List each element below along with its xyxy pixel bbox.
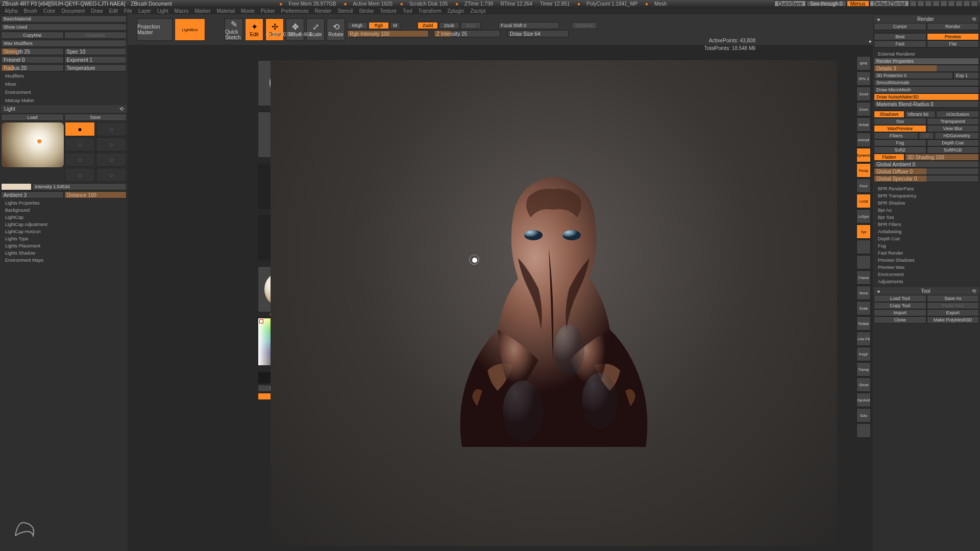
exponent-slider[interactable]: Exponent 1	[64, 56, 127, 63]
light-8-toggle[interactable]: ○	[96, 168, 127, 182]
matcap-maker-section[interactable]: Matcap Maker	[1, 97, 127, 104]
menu-color[interactable]: Color	[41, 8, 58, 14]
menu-marker[interactable]: Marker	[192, 8, 213, 14]
menu-brush[interactable]: Brush	[21, 8, 40, 14]
sidebar-solo[interactable]: Solo	[856, 408, 871, 422]
mixer-section[interactable]: Mixer	[1, 81, 127, 88]
light-color-swatch[interactable]	[1, 183, 32, 190]
rotate-mode-button[interactable]: ⟲Rotate	[327, 18, 345, 41]
copymat-button[interactable]: CopyMat	[1, 32, 64, 39]
titlebar-icon[interactable]	[948, 1, 955, 7]
titlebar-icon[interactable]	[910, 1, 917, 7]
render-section-preview-shadows[interactable]: Preview Shadows	[874, 257, 979, 264]
export-button[interactable]: Export	[927, 309, 979, 316]
render-section-bpr-shadow[interactable]: BPR Shadow	[874, 199, 979, 207]
menu-macro[interactable]: Macro	[172, 8, 191, 14]
menu-stencil[interactable]: Stencil	[335, 8, 355, 14]
vibrant-slider[interactable]: Vibrant 50	[905, 111, 936, 118]
aocclusion-button[interactable]: AOcclusion	[936, 111, 979, 118]
menu-edit[interactable]: Edit	[107, 8, 120, 14]
external-renderer-section[interactable]: External Renderer	[874, 51, 979, 58]
light-6-toggle[interactable]: ○	[96, 153, 127, 167]
sidebar-transp[interactable]: Transp	[856, 362, 871, 377]
transparent-button[interactable]: Transparent	[927, 118, 979, 125]
sidebar-bpr[interactable]: BPR	[856, 56, 871, 70]
render-section-preview-wax[interactable]: Preview Wax	[874, 264, 979, 271]
sidebar-dynadd[interactable]: DynAdd	[856, 393, 871, 407]
menu-alpha[interactable]: Alpha	[2, 8, 20, 14]
section-lights-shadow[interactable]: Lights Shadow	[1, 249, 127, 257]
section-lightcap-adjustment[interactable]: LightCap Adjustment	[1, 221, 127, 228]
light-palette-header[interactable]: Light⟲	[1, 105, 127, 113]
menu-picker[interactable]: Picker	[258, 8, 278, 14]
softz-button[interactable]: SoftZ	[874, 146, 926, 154]
import-button[interactable]: Import	[874, 309, 926, 316]
preview-button[interactable]: Preview	[927, 33, 979, 40]
menu-material[interactable]: Material	[214, 8, 238, 14]
light-intensity-slider[interactable]: Intensity 1.54534	[32, 183, 127, 190]
sidebar-rotate[interactable]: Rotate	[856, 316, 871, 331]
section-background[interactable]: Background	[1, 207, 127, 214]
distance-slider[interactable]: Distance 100	[64, 191, 127, 198]
quicksave-button[interactable]: QuickSave	[774, 1, 806, 7]
edit-mode-button[interactable]: ✦Edit	[245, 18, 263, 41]
sidebar-actual[interactable]: Actual	[856, 117, 871, 132]
section-environment-maps[interactable]: Environment Maps	[1, 257, 127, 264]
fibers-button[interactable]: Fibers	[874, 132, 918, 139]
light-1-toggle[interactable]: ●	[65, 122, 95, 136]
blend-radius-slider[interactable]: Materials Blend-Radius 0	[874, 101, 979, 108]
spec-slider[interactable]: Spec 10	[64, 48, 127, 55]
exp-slider[interactable]: Exp 1	[953, 72, 979, 79]
sidebar-polyf[interactable]: PolyF	[856, 347, 871, 361]
titlebar-icon[interactable]	[963, 1, 970, 7]
render-properties-header[interactable]: Render Properties	[874, 58, 979, 65]
projection-master-button[interactable]: Projection Master▸	[137, 18, 173, 41]
fast-button[interactable]: Fast	[874, 40, 926, 47]
move-mode-button[interactable]: ✥Move	[286, 18, 304, 41]
show-used-button[interactable]: Show Used	[1, 23, 127, 31]
menu-preferences[interactable]: Preferences	[279, 8, 311, 14]
menu-movie[interactable]: Movie	[238, 8, 257, 14]
shadows-button[interactable]: Shadows	[874, 111, 904, 118]
sidebar-floor[interactable]: Floor	[856, 179, 871, 193]
zadd-button[interactable]: Zadd	[418, 22, 438, 29]
defaultzscript-button[interactable]: DefaultZScript	[870, 1, 909, 7]
fog-button[interactable]: Fog	[874, 139, 926, 146]
titlebar-icon[interactable]	[955, 1, 963, 7]
render-section-fog[interactable]: Fog	[874, 242, 979, 249]
sidebar-btn13[interactable]	[856, 255, 871, 269]
sidebar-local[interactable]: Local	[856, 194, 871, 208]
titlebar-icon[interactable]	[933, 1, 940, 7]
hdgeometry-button[interactable]: HDGeometry	[935, 132, 979, 139]
waxpreview-button[interactable]: WaxPreview	[874, 125, 926, 132]
temperature-slider[interactable]: Temperature	[64, 64, 127, 71]
details-slider[interactable]: Details 3	[874, 65, 979, 72]
ambient-slider[interactable]: Ambient 3	[1, 191, 64, 198]
menu-layer[interactable]: Layer	[136, 8, 154, 14]
titlebar-icon[interactable]	[940, 1, 947, 7]
rgb-intensity-slider[interactable]: Rgb Intensity 100	[347, 30, 429, 37]
sidebar-zoom[interactable]: Zoom	[856, 102, 871, 116]
section-lightcap-horizon[interactable]: LightCap Horizon	[1, 228, 127, 235]
menu-texture[interactable]: Texture	[377, 8, 399, 14]
sidebar-xyz[interactable]: Xyz	[856, 224, 871, 239]
softrgb-button[interactable]: SoftRGB	[927, 146, 979, 154]
section-lights-properties[interactable]: Lights Properties	[1, 199, 127, 207]
sidebar-dynamic[interactable]: Dynamic	[856, 148, 871, 162]
modifiers-section[interactable]: Modifiers	[1, 72, 127, 80]
refresh-icon[interactable]: ⟲	[972, 288, 976, 294]
titlebar-icon[interactable]	[917, 1, 924, 7]
titlebar-icon[interactable]	[925, 1, 932, 7]
micromesh-button[interactable]: Draw MicroMesh	[874, 86, 979, 93]
copy-tool-button[interactable]: Copy Tool	[874, 302, 926, 309]
menu-draw[interactable]: Draw	[88, 8, 105, 14]
clone-button[interactable]: Clone	[874, 316, 926, 323]
render-section-bpr-renderpass[interactable]: BPR RenderPass	[874, 185, 979, 192]
section-lightcap[interactable]: LightCap	[1, 214, 127, 221]
light-5-toggle[interactable]: ○	[65, 153, 95, 167]
close-icon[interactable]	[971, 1, 978, 7]
sidebar-scale[interactable]: Scale	[856, 301, 871, 315]
flat-button[interactable]: Flat	[927, 40, 979, 47]
refresh-icon[interactable]: ⟲	[972, 16, 976, 22]
sidebar-btn12[interactable]	[856, 240, 871, 254]
